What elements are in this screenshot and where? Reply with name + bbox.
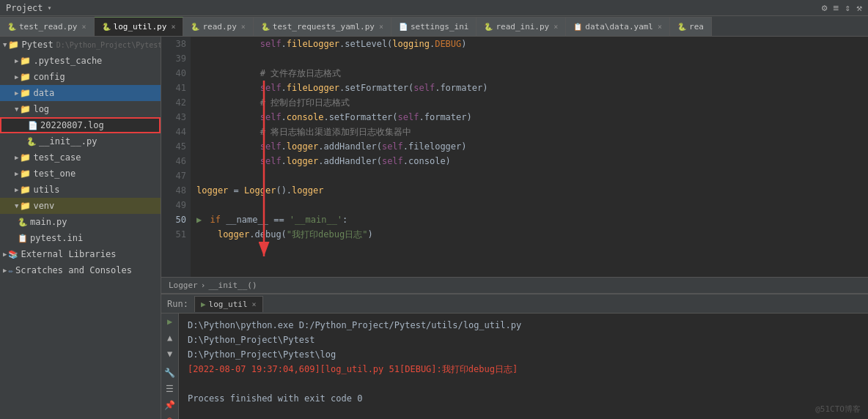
sidebar-item-pytest-ini[interactable]: 📋 pytest.ini — [0, 230, 161, 246]
run-output-line-5 — [188, 377, 859, 391]
run-output-line-4: [2022-08-07 19:37:04,609][log_util.py 51… — [188, 362, 859, 377]
tab-py-icon: 🐍 — [484, 23, 493, 31]
run-list-icon[interactable]: ☰ — [166, 384, 174, 394]
tab-close-icon[interactable]: × — [241, 23, 246, 31]
code-line — [196, 198, 868, 212]
run-label: Run: — [167, 299, 188, 309]
code-line: self.logger.addHandler(self.console) — [196, 154, 868, 168]
sidebar-item-init-py[interactable]: 🐍 __init__.py — [0, 133, 161, 149]
tab-close-icon[interactable]: × — [81, 23, 86, 31]
sidebar-item-log-file[interactable]: 📄 20220807.log — [0, 117, 161, 133]
run-output-line-2: D:\Python_Project\Pytest — [188, 333, 859, 347]
tab-label: read.py — [202, 22, 236, 31]
sidebar-item-test-case[interactable]: ▶ 📁 test_case — [0, 149, 161, 166]
sidebar-item-label: utils — [33, 185, 59, 195]
tab-test-read[interactable]: 🐍 test_read.py × — [0, 17, 95, 36]
line-num: 49 — [161, 198, 186, 212]
run-scroll-up-icon[interactable]: ▲ — [167, 333, 172, 343]
code-line: self.fileLogger.setFormatter(self.format… — [196, 81, 868, 95]
line-num: 51 — [161, 227, 186, 242]
line-num: 45 — [161, 139, 186, 154]
chevron-right-icon: ▶ — [3, 267, 7, 274]
tab-read-ini[interactable]: 🐍 read_ini.py × — [477, 17, 566, 36]
run-output-line-1: D:\Python\python.exe D:/Python_Project/P… — [188, 318, 859, 333]
build-icon[interactable]: ⚒ — [856, 2, 862, 13]
run-tab-label: log_util — [209, 300, 248, 309]
tab-py-icon: 🐍 — [102, 23, 111, 31]
tab-label: read_ini.py — [496, 22, 549, 31]
breadcrumb-separator: › — [201, 281, 206, 290]
sidebar-item-label: test_one — [33, 168, 76, 179]
code-line — [196, 168, 868, 183]
py-file-icon: 🐍 — [26, 137, 37, 147]
tab-settings-ini[interactable]: 📄 settings_ini — [391, 17, 477, 36]
tab-py-icon: 🐍 — [191, 23, 199, 31]
editor-content: 38 39 40 41 42 43 44 45 46 47 48 49 50 5… — [161, 37, 868, 277]
scratch-icon: ✏ — [8, 266, 13, 275]
hierarchy-icon[interactable]: ⇕ — [845, 2, 850, 13]
code-line: self.fileLogger.setLevel(logging.DEBUG) — [196, 37, 868, 51]
chevron-down-icon: ▼ — [3, 41, 7, 48]
line-num-active: 50 — [161, 212, 186, 227]
tab-close-icon[interactable]: × — [379, 23, 383, 31]
line-num: 46 — [161, 154, 186, 168]
settings-icon[interactable]: ⚙ — [822, 2, 828, 13]
editor-area: 38 39 40 41 42 43 44 45 46 47 48 49 50 5… — [161, 37, 868, 293]
sidebar-item-label: main.py — [30, 217, 67, 227]
ini-file-icon: 📋 — [18, 234, 28, 243]
sidebar-item-scratches[interactable]: ▶ ✏ Scratches and Consoles — [0, 262, 161, 278]
sidebar-item-data[interactable]: ▶ 📁 data — [0, 85, 161, 101]
run-tab-close-icon[interactable]: × — [252, 300, 257, 308]
toolbar-icons: ⚙ ≡ ⇕ ⚒ — [822, 2, 862, 13]
run-wrench-icon[interactable]: 🔧 — [164, 368, 175, 378]
sidebar-item-test-one[interactable]: ▶ 📁 test_one — [0, 166, 161, 182]
tab-data-yaml[interactable]: 📋 data\data.yaml × — [566, 17, 670, 36]
toolbar-left: Project ▾ — [6, 3, 52, 13]
tab-close-icon[interactable]: × — [553, 23, 558, 31]
run-output-line-3: D:\Python_Project\Pytest\log — [188, 347, 859, 362]
tab-label: test_read.py — [19, 22, 77, 31]
run-pin-icon[interactable]: 📌 — [164, 400, 175, 410]
code-view: 38 39 40 41 42 43 44 45 46 47 48 49 50 5… — [161, 37, 868, 277]
sidebar-item-config[interactable]: ▶ 📁 config — [0, 69, 161, 85]
tab-log-util[interactable]: 🐍 log_util.py × — [95, 17, 184, 36]
run-play-icon[interactable]: ▶ — [167, 316, 172, 327]
tab-label: test_requests_yaml.py — [273, 22, 375, 31]
sidebar-item-utils[interactable]: ▶ 📁 utils — [0, 182, 161, 198]
main-layout: ▼ 📁 Pytest D:\Python_Project\Pytest ▶ 📁 … — [0, 37, 868, 419]
sidebar-item-label: pytest.ini — [30, 233, 83, 243]
sidebar-item-pytest-cache[interactable]: ▶ 📁 .pytest_cache — [0, 53, 161, 69]
sidebar-item-label: test_case — [33, 152, 81, 163]
line-num: 40 — [161, 66, 186, 81]
chevron-right-icon: ▶ — [15, 73, 18, 81]
folder-icon: 📁 — [20, 56, 31, 66]
sidebar-item-venv[interactable]: ▼ 📁 venv — [0, 198, 161, 214]
tab-rea[interactable]: 🐍 rea — [670, 17, 712, 36]
line-num: 48 — [161, 183, 186, 198]
sidebar-item-label: config — [33, 72, 65, 82]
run-tab-log-util[interactable]: ▶ log_util × — [194, 296, 263, 312]
project-dropdown-icon[interactable]: ▾ — [48, 4, 52, 12]
folder-icon: 📁 — [20, 104, 31, 114]
run-tab-bar: Run: ▶ log_util × — [161, 294, 868, 314]
tab-test-requests-yaml[interactable]: 🐍 test_requests_yaml.py × — [254, 17, 391, 36]
breadcrumb: Logger › __init__() — [161, 277, 868, 293]
line-num: 47 — [161, 168, 186, 183]
tab-close-icon[interactable]: × — [171, 23, 175, 31]
run-clear-icon[interactable]: 🗑 — [166, 416, 174, 419]
run-tab-icon: ▶ — [201, 300, 206, 309]
code-line: # 控制台打印日志格式 — [196, 95, 868, 110]
sidebar-item-main-py[interactable]: 🐍 main.py — [0, 214, 161, 230]
sidebar-item-log[interactable]: ▼ 📁 log — [0, 101, 161, 117]
line-num: 42 — [161, 95, 186, 110]
tab-close-icon[interactable]: × — [658, 23, 662, 31]
run-scroll-down-icon[interactable]: ▼ — [167, 349, 172, 359]
line-num: 39 — [161, 51, 186, 66]
code-line: # 文件存放日志格式 — [196, 66, 868, 81]
sidebar-item-external-libraries[interactable]: ▶ 📚 External Libraries — [0, 246, 161, 262]
tab-read[interactable]: 🐍 read.py × — [183, 17, 253, 36]
chevron-down-icon: ▼ — [15, 105, 18, 113]
structure-icon[interactable]: ≡ — [834, 2, 839, 13]
tab-label: settings_ini — [411, 22, 468, 31]
sidebar-item-pytest-root[interactable]: ▼ 📁 Pytest D:\Python_Project\Pytest — [0, 37, 161, 53]
